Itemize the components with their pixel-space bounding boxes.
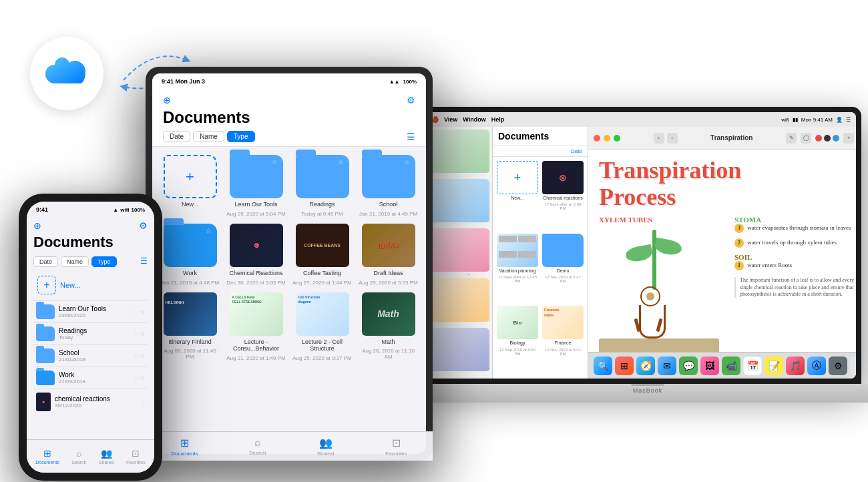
finland-date: Aug 05, 2020 at 11:45 PM <box>160 348 220 360</box>
grid-item-finland[interactable]: HELSINKI Itinerary Finland Aug 05, 2020 … <box>160 292 220 362</box>
color-blue[interactable] <box>833 135 839 142</box>
grid-item-readings[interactable]: ☆ Readings Today at 9:45 PM <box>292 155 352 217</box>
grid-item-new[interactable]: + New... <box>160 155 220 217</box>
ipad-header: ⊕ ⚙ Documents Date Name Type ☰ <box>152 89 426 147</box>
tab-shared[interactable]: 👥 Shared <box>99 448 114 465</box>
close-button[interactable] <box>594 135 600 142</box>
dock-calendar[interactable]: 📅 <box>743 356 762 375</box>
mac-doc-item-chemical[interactable]: ⊗ Chemical reactions 17 days after at 2:… <box>542 161 584 230</box>
dock-safari[interactable]: 🧭 <box>636 356 655 375</box>
list-item[interactable]: ⊗ chemical reactions 30/12/2020 › <box>33 389 148 415</box>
ipad-filter-name[interactable]: Name <box>193 131 224 142</box>
mac-demo-thumb <box>542 234 584 267</box>
iphone-filter-name[interactable]: Name <box>61 256 89 267</box>
iphone-list-view-icon[interactable]: ☰ <box>140 256 148 267</box>
sidebar-folder-photos[interactable]: photos <box>429 278 489 324</box>
iphone-settings-icon[interactable]: ⊕ <box>33 220 41 231</box>
dock-music[interactable]: 🎵 <box>786 356 805 375</box>
plant-leaf-left <box>624 244 653 264</box>
grid-item-work[interactable]: ☆ Work Jan 21, 2019 at 4:48 PM <box>160 224 220 286</box>
math-text: Math <box>377 308 399 319</box>
grid-item-learn[interactable]: ☆ Learn Our Tools Aug 25, 2020 at 9:04 P… <box>226 155 286 217</box>
dock-appstore[interactable]: Ⓐ <box>807 356 826 375</box>
iphone-bottom-bar: ⊞ Documents ⌕ Search 👥 Shared ⊡ Favorite… <box>27 439 154 473</box>
dock-messages[interactable]: 💬 <box>679 356 698 375</box>
back-button[interactable]: ‹ <box>654 133 664 144</box>
ipad-bottom-bar: ⊞ Documents ⌕ Search 👥 Shared ⊡ Favorite… <box>152 431 426 454</box>
dock-mail[interactable]: ✉ <box>658 356 676 375</box>
grid-item-ideas[interactable]: IDEAs Draft Ideas Aug 29, 2020 at 5:53 P… <box>359 224 418 286</box>
search-icon: ⌕ <box>76 448 81 459</box>
sidebar-folder-spreadsheets[interactable]: spreadsheets <box>429 130 489 176</box>
mac-doc-item-vacation[interactable]: Vacation planning 12 days after at 12:45… <box>497 234 538 302</box>
dock-facetime[interactable]: 📹 <box>722 356 740 375</box>
grid-item-coffee[interactable]: COFFEE BEANS Coffee Tasting Aug 27, 2020… <box>292 224 352 286</box>
ipad-gear-icon[interactable]: ⚙ <box>407 95 415 105</box>
sidebar-folder-relocated[interactable]: Relocated Items <box>429 328 489 374</box>
tab-favorites[interactable]: ⊡ Favorites <box>126 448 146 465</box>
list-item[interactable]: School 21/01/2019 › ☆ <box>33 344 148 367</box>
mac-list-icon[interactable]: ☰ <box>846 117 851 123</box>
menu-window[interactable]: Window <box>463 116 485 123</box>
ipad-tab-documents[interactable]: ⊞ Documents <box>171 437 198 455</box>
pencil-button[interactable]: ✎ <box>786 133 797 144</box>
mac-filter-date[interactable]: Date <box>571 148 582 154</box>
color-black[interactable] <box>824 135 831 142</box>
mac-doc-item-demo[interactable]: Demo 12 Sep 2019 at 2:47 PM <box>542 234 584 302</box>
iphone-filter-date[interactable]: Date <box>33 256 58 267</box>
sidebar-folder-personal[interactable]: personal <box>429 228 489 274</box>
iphone-gear-icon[interactable]: ⚙ <box>139 220 148 231</box>
toolbar-title: Transpiration <box>710 134 752 142</box>
icloud-icon <box>30 37 103 110</box>
personal-folder-icon <box>429 228 489 272</box>
dock-notes[interactable]: 📝 <box>765 356 783 375</box>
mac-finance-label: Finance <box>555 340 572 346</box>
mac-doc-grid: + New... ⊗ Chemical reactions 17 days af… <box>493 157 588 379</box>
dock-finder[interactable]: 🔍 <box>594 356 612 375</box>
minimize-button[interactable] <box>604 135 610 142</box>
dock-photos[interactable]: 🖼 <box>700 356 719 375</box>
ipad-filter-date[interactable]: Date <box>163 131 190 142</box>
tab-search[interactable]: ⌕ Search <box>71 448 86 465</box>
work-folder-icon: ☆ <box>164 224 217 267</box>
mac-doc-item-new[interactable]: + New... <box>497 161 538 230</box>
stoma-circle <box>640 286 660 306</box>
ipad-tab-favorites[interactable]: ⊡ Favorites <box>385 437 407 455</box>
menu-help[interactable]: Help <box>491 116 505 123</box>
mac-time: Mon 9:41 AM <box>801 117 833 123</box>
dock-trash[interactable]: 🗑 <box>850 356 856 375</box>
list-item[interactable]: Work 21/09/2018 › ☆ <box>33 367 148 389</box>
maximize-button[interactable] <box>614 135 620 142</box>
lecture2-label: Lecture 2 - Cell Structure <box>292 338 352 353</box>
grid-item-lecture[interactable]: A CELLS haveCELL STREAMING Lecture - Con… <box>226 292 286 362</box>
mac-vacation-date: 12 days after at 12:45 PM <box>497 275 538 283</box>
color-red[interactable] <box>815 135 822 142</box>
mac-doc-item-biology[interactable]: Bio Biology 12 Sep 2019 at 6:00 PM <box>497 306 538 375</box>
ipad-filter-type[interactable]: Type <box>227 131 255 142</box>
ipad-list-view-icon[interactable]: ☰ <box>407 132 415 142</box>
ipad-tab-shared[interactable]: 👥 Shared <box>317 437 335 455</box>
grid-item-math[interactable]: Math Math Aug 28, 2020 at 11:10 AM <box>359 292 418 362</box>
folder-icon <box>36 348 55 363</box>
mac-doc-item-finance[interactable]: Financetable Finance 12 Nov 2019 at 6:41… <box>542 306 584 375</box>
tab-documents[interactable]: ⊞ Documents <box>35 448 59 465</box>
list-item[interactable]: Readings Today › ☆ <box>33 322 148 344</box>
forward-button[interactable]: › <box>667 133 678 144</box>
ipad-tab-search[interactable]: ⌕ Search <box>249 437 266 454</box>
ipad-settings-icon[interactable]: ⊕ <box>163 95 171 105</box>
sidebar-folder-data[interactable]: data <box>429 179 489 225</box>
iphone-new-button[interactable]: + New... <box>33 272 148 298</box>
mac-content: spreadsheets data personal photos <box>426 127 856 379</box>
shape-button[interactable]: ◯ <box>801 133 811 144</box>
spreadsheets-label: spreadsheets <box>429 173 489 176</box>
macbook-base: MacBook <box>414 384 868 403</box>
grid-item-chemical[interactable]: ⊗ Chemical Reactions Dec 30, 2020 at 3:0… <box>226 224 286 286</box>
iphone-filter-type[interactable]: Type <box>91 256 117 267</box>
menu-view[interactable]: View <box>444 116 457 123</box>
grid-item-school[interactable]: ☆ School Jan 21, 2019 at 4:49 PM <box>359 155 418 217</box>
list-item[interactable]: Learn Our Tools 23/06/2020 › ☆ <box>33 300 148 322</box>
add-button[interactable]: + <box>843 133 854 144</box>
dock-launchpad[interactable]: ⊞ <box>615 356 634 375</box>
dock-settings[interactable]: ⚙ <box>829 356 847 375</box>
grid-item-lecture2[interactable]: Cell Structurediagram Lecture 2 - Cell S… <box>292 292 352 362</box>
